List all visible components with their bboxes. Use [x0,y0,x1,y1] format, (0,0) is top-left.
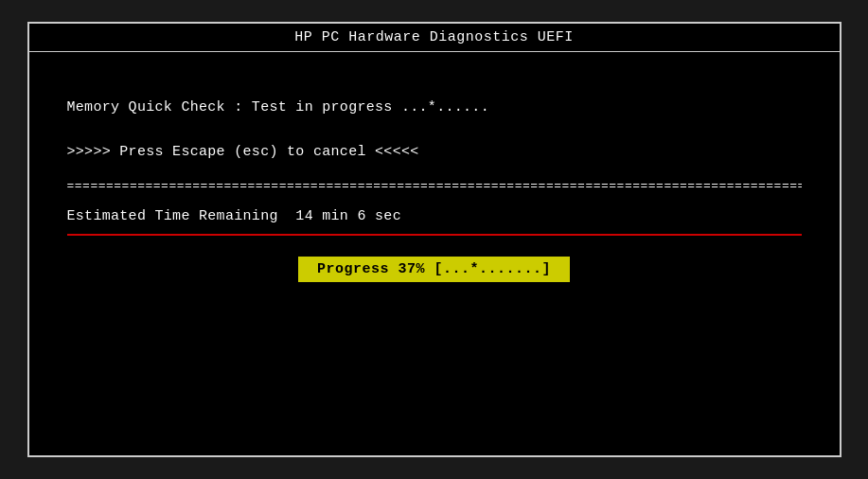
time-remaining-text: Estimated Time Remaining 14 min 6 sec [67,208,802,236]
progress-container: Progress 37% [...*.......] [67,257,802,282]
content-area: Memory Quick Check : Test in progress ..… [29,52,840,455]
time-remaining-label: Estimated Time Remaining [67,208,278,224]
divider-line: ========================================… [67,179,802,193]
progress-bar: Progress 37% [...*.......] [298,257,570,282]
escape-notice-text: >>>>> Press Escape (esc) to cancel <<<<< [67,144,802,160]
window-title: HP PC Hardware Diagnostics UEFI [294,29,574,45]
diagnostics-window: HP PC Hardware Diagnostics UEFI Memory Q… [27,22,841,457]
time-remaining-value: 14 min 6 sec [295,208,401,224]
window-title-bar: HP PC Hardware Diagnostics UEFI [29,24,840,52]
test-status-text: Memory Quick Check : Test in progress ..… [67,99,802,115]
